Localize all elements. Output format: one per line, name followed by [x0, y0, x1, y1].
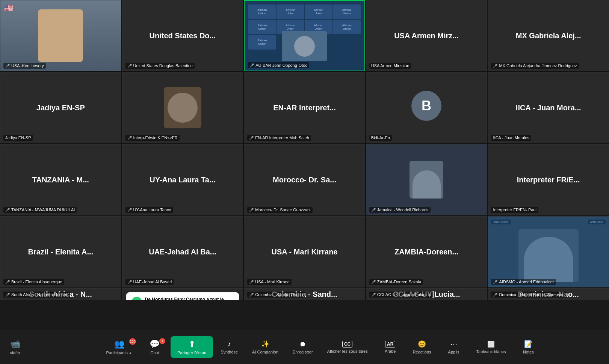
cell-label-uae: 🎤 UAE-Jehad Al Bayari [125, 279, 174, 285]
video-cell-jamaica[interactable]: 🎤 Jamaica - Wendell Richards [366, 144, 487, 215]
cell-label-ken-lowery: 🎤 USA -Ken Lowery [3, 63, 46, 69]
share-label: Partager l'écran [177, 350, 206, 355]
cell-label-aidsmo: 🎤 AIDSMO - Ahmed Eddouaicer [491, 279, 556, 285]
synth-btn[interactable]: ♪ Synthèse [214, 337, 245, 357]
mic-off-icon: 🎤 [249, 208, 254, 212]
mic-off-icon: 🎤 [249, 293, 254, 297]
synth-label: Synthèse [221, 350, 238, 354]
video-toggle-btn[interactable]: 📹 vidéo [0, 336, 30, 358]
arabic-icon: AR [385, 341, 395, 347]
video-cell-morocco[interactable]: Morocco- Dr. Sa... 🎤 Morocco- Dr. Sanae … [244, 144, 365, 215]
mic-off-icon: 🎤 [127, 136, 132, 140]
apps-btn[interactable]: ⋯ Applis [439, 337, 469, 357]
mic-off-icon: 🎤 [371, 208, 376, 212]
notes-icon: 📝 [524, 340, 532, 348]
whiteboard-btn[interactable]: ⬜ Tableaux blancs [470, 338, 513, 357]
chat-badge: 1 [159, 338, 165, 344]
captions-icon: CC [342, 341, 352, 347]
video-cell-interpreter-fr[interactable]: Interpreter FR/E... Interpreter FR/EN- P… [488, 144, 609, 215]
cell-label-cclac: 🎤 CCLAC-UY|Luciana Paladino [369, 292, 433, 298]
video-cell-bidi[interactable]: B Bidi-Ar-En [366, 72, 487, 143]
chat-popup-close[interactable]: × [231, 299, 234, 300]
mic-off-icon: 🎤 [5, 280, 10, 284]
video-cell-zambia[interactable]: ZAMBIA-Doreen... 🎤 ZAMBIA-Doreen Sakala [366, 216, 487, 287]
cell-label-john: 🎤 AU-BAR John Oppong-Otoo [248, 62, 309, 68]
mic-off-icon: 🎤 [371, 293, 376, 297]
video-cell-edwin[interactable]: 🎤 Interp-Edwin K EN<>FR [122, 72, 243, 143]
video-cell-tanzania[interactable]: TANZANIA - M... 🎤 TANZANIA - MWAJUMA DUK… [0, 144, 121, 215]
captions-label: Afficher les sous-titres [327, 349, 368, 353]
video-cell-dominica[interactable]: Dominica - Nao... 🎤 Dominica - Naomi Ban… [488, 288, 609, 300]
synth-icon: ♪ [228, 340, 231, 348]
video-cell-armen[interactable]: USA Armen Mirz... USA Armen Mirzoian [366, 0, 487, 71]
arabic-btn[interactable]: AR Arabe [375, 338, 405, 356]
video-cell-aidsmo[interactable]: Arab Council Arab Union 🎤 AIDSMO - Ahmed… [488, 216, 609, 287]
avatar-letter-bidi: B [411, 91, 441, 121]
notes-btn[interactable]: 📝 Notes [513, 337, 543, 357]
participants-label: Participants [106, 350, 128, 355]
video-cell-colombia[interactable]: Colombia - Sand... 🎤 Colombia - Sandra O… [244, 288, 365, 300]
companion-label: AI Companion [252, 350, 278, 354]
mic-off-icon: 🎤 [127, 208, 132, 212]
display-name-jadiya: Jadiya EN-SP [33, 104, 89, 112]
participants-arrow: ▲ [128, 351, 132, 355]
share-icon: ⬆ [189, 339, 195, 349]
cell-label-brazil: 🎤 Brazil - Elenita Albuquerque [3, 279, 64, 285]
video-cell-ana-laura[interactable]: UY-Ana Laura Ta... 🎤 UY-Ana Laura Tanco [122, 144, 243, 215]
display-name-interpreter-fr: Interpreter FR/E... [513, 176, 584, 184]
mic-off-icon: 🎤 [493, 64, 497, 68]
participants-badge: 100 [129, 338, 136, 345]
apps-icon: ⋯ [450, 340, 457, 348]
mic-off-icon: 🎤 [249, 136, 254, 140]
whiteboard-label: Tableaux blancs [476, 349, 506, 354]
cell-label-gabriela: 🎤 MX Gabriela Alejandra Jimenez Rodrigue… [491, 63, 579, 69]
cell-label-bidi: Bidi-Ar-En [369, 135, 392, 141]
video-icon: 📹 [10, 339, 20, 349]
cell-label-colombia: 🎤 Colombia - Sandra Osorio [247, 292, 305, 298]
video-cell-john[interactable]: AfricanUnion AfricanUnion AfricanUnion A… [244, 0, 365, 71]
participants-btn[interactable]: 👥 Participants ▲ 100 [100, 336, 139, 358]
video-label: vidéo [10, 350, 20, 355]
video-cell-mari[interactable]: USA - Mari Kirrane 🎤 USA - Mari Kirrane [244, 216, 365, 287]
cell-label-jamaica: 🎤 Jamaica - Wendell Richards [369, 207, 431, 213]
video-cell-south-africa[interactable]: South Africa - N... 🎤 South Africa - Nas… [0, 288, 121, 300]
video-cell-uae[interactable]: UAE-Jehad Al Ba... 🎤 UAE-Jehad Al Bayari [122, 216, 243, 287]
record-btn[interactable]: ⏺ Enregistrer [286, 337, 320, 357]
video-cell-ken-lowery[interactable]: 🇺🇸 🎤 USA -Ken Lowery [0, 0, 121, 71]
display-name-zambia: ZAMBIA-Doreen... [391, 248, 462, 256]
display-name-en-ar: EN-AR Interpret... [269, 104, 340, 112]
notes-label: Notes [523, 350, 534, 354]
chat-popup: HF De Honduras Fany Carcamo a tout le mo… [126, 292, 239, 300]
cell-label-morocco: 🎤 Morocco- Dr. Sanae Ouazzani [247, 207, 312, 213]
cell-label-dominica: 🎤 Dominica - Naomi Bannis-Sampson [491, 292, 566, 298]
arabic-label: Arabe [385, 349, 396, 353]
ai-companion-btn[interactable]: ✨ AI Companion [245, 337, 285, 357]
mic-off-icon: 🎤 [493, 280, 497, 284]
chat-btn[interactable]: 💬 Chat 1 [140, 336, 170, 358]
record-label: Enregistrer [293, 350, 313, 354]
cell-label-armen: USA Armen Mirzoian [369, 63, 411, 69]
video-cell-brazil[interactable]: Brazil - Elenita A... 🎤 Brazil - Elenita… [0, 216, 121, 287]
cell-label-en-ar: 🎤 EN-AR Interpreter Moh Saleh [247, 135, 311, 141]
display-name-douglas: United States Do... [146, 32, 220, 40]
captions-btn[interactable]: CC Afficher les sous-titres [320, 338, 375, 356]
video-cell-cclac[interactable]: CCLAC-UY|Lucia... 🎤 CCLAC-UY|Luciana Pal… [366, 288, 487, 300]
toolbar: 📹 vidéo 👥 Participants ▲ 100 💬 Chat 1 ⬆ … [0, 330, 609, 364]
display-name-uae: UAE-Jehad Al Ba... [145, 248, 220, 256]
participants-icon: 👥 [114, 339, 124, 349]
share-screen-btn[interactable]: ⬆ Partager l'écran [171, 336, 213, 358]
cell-label-douglas: 🎤 United States Douglas Balentine [125, 63, 195, 69]
video-cell-gabriela[interactable]: MX Gabriela Alej... 🎤 MX Gabriela Alejan… [488, 0, 609, 71]
reactions-btn[interactable]: 😊 Réactions [406, 337, 438, 357]
video-cell-jadiya[interactable]: Jadiya EN-SP Jadiya EN-SP [0, 72, 121, 143]
display-name-armen: USA Armen Mirz... [390, 32, 462, 40]
video-cell-douglas[interactable]: United States Do... 🎤 United States Doug… [122, 0, 243, 71]
mic-off-icon: 🎤 [5, 64, 10, 68]
video-cell-en-ar[interactable]: EN-AR Interpret... 🎤 EN-AR Interpreter M… [244, 72, 365, 143]
cell-label-interpreter-fr: Interpreter FR/EN- Paul [491, 207, 538, 213]
mic-off-icon: 🎤 [127, 280, 132, 284]
display-name-juan: IICA - Juan Mora... [512, 104, 585, 112]
video-cell-juan[interactable]: IICA - Juan Mora... IICA - Juan Morales [488, 72, 609, 143]
video-grid: 🇺🇸 🎤 USA -Ken Lowery United States Do...… [0, 0, 609, 300]
display-name-mari: USA - Mari Kirrane [268, 248, 342, 256]
